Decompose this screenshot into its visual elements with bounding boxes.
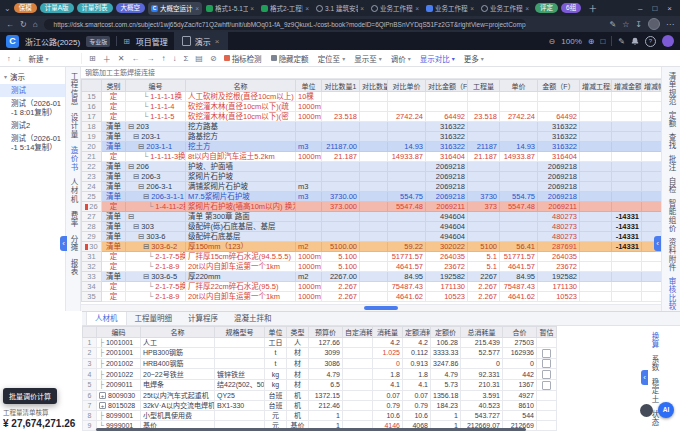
grid-cell[interactable]: 373 bbox=[468, 202, 500, 212]
grid-row[interactable]: 16定└1-1-1-4砍挖灌木林(直径10cm以下)(疏1000m2 bbox=[82, 102, 662, 112]
column-header[interactable]: 单价 bbox=[500, 80, 538, 92]
grid-cell[interactable]: 1000m3 bbox=[296, 262, 322, 272]
new-tab-button[interactable]: ＋ bbox=[588, 2, 597, 15]
grid-cell[interactable]: 工日 bbox=[265, 338, 287, 348]
grid-cell[interactable]: 442 bbox=[503, 369, 537, 380]
grid-cell[interactable]: 清单 第300章 路面 bbox=[186, 212, 296, 222]
grid-cell[interactable]: 定 bbox=[102, 282, 126, 292]
grid-cell[interactable] bbox=[580, 232, 612, 242]
grid-cell[interactable] bbox=[296, 162, 322, 172]
grid-cell[interactable]: 2267 bbox=[468, 272, 500, 282]
tree-item[interactable]: 测试（2026-01-1 5:14复制） bbox=[0, 132, 65, 154]
estimate-cell[interactable] bbox=[537, 348, 557, 359]
column-header[interactable]: 编号 bbox=[126, 80, 186, 92]
grid-cell[interactable]: 2069218 bbox=[538, 192, 580, 202]
grid-cell[interactable] bbox=[580, 212, 612, 222]
grid-row[interactable]: 29清单⊟303-6级配碎石底基层494604480273-14331 bbox=[82, 232, 662, 242]
grid-cell[interactable]: 316322 bbox=[538, 142, 580, 152]
grid-row[interactable]: 28清单⊟303级配碎(砾)石底基层、基层494604480273-14331 bbox=[82, 222, 662, 232]
grid-cell[interactable] bbox=[360, 232, 388, 242]
grid-cell[interactable]: 10.6 bbox=[403, 410, 431, 420]
grid-cell[interactable]: 192582 bbox=[426, 272, 468, 282]
column-header[interactable]: 单位 bbox=[265, 327, 287, 338]
tab-group-pill[interactable]: 大概空 bbox=[116, 3, 146, 13]
column-header[interactable]: 对比数量1 bbox=[322, 80, 360, 92]
detail-icon[interactable]: ▤ bbox=[195, 54, 203, 63]
grid-row[interactable]: 20清单⊟203-1-1挖土方m321187.0014.933163222118… bbox=[82, 142, 662, 152]
grid-cell[interactable]: 级配碎石底基层 bbox=[186, 232, 296, 242]
grid-cell[interactable] bbox=[322, 92, 360, 102]
grid-cell[interactable]: 2069218 bbox=[426, 192, 468, 202]
grid-cell[interactable]: 材 bbox=[287, 358, 309, 369]
grid-row[interactable]: 27清单⊟清单 第300章 路面494604480273-14331 bbox=[82, 212, 662, 222]
grid-cell[interactable] bbox=[500, 212, 538, 222]
grid-cell[interactable] bbox=[612, 192, 642, 202]
column-header[interactable]: 消耗量 bbox=[373, 327, 403, 338]
grid-cell[interactable]: ⊟303-6-2 bbox=[126, 242, 186, 252]
estimate-cell[interactable] bbox=[537, 420, 557, 430]
resource-row[interactable]: 7+801502832kV·A以内交流电焊机BX1-330台班机212.460.… bbox=[83, 400, 557, 410]
rail-tab[interactable]: 设计量 bbox=[67, 113, 79, 139]
collapse-icon[interactable]: ⊟ bbox=[138, 232, 144, 241]
grid-cell[interactable] bbox=[580, 202, 612, 212]
column-header[interactable]: 对比单价 bbox=[388, 80, 426, 92]
grid-cell[interactable]: 8t以内自卸汽车运土5.2km bbox=[186, 152, 296, 162]
checkbox[interactable] bbox=[542, 349, 551, 358]
grid-cell[interactable]: 494604 bbox=[426, 232, 468, 242]
grid-cell[interactable] bbox=[500, 162, 538, 172]
browser-tab[interactable]: 3.1 建筑安装工× bbox=[313, 2, 367, 15]
grid-cell[interactable] bbox=[580, 142, 612, 152]
grid-cell[interactable]: 3086 bbox=[309, 358, 343, 369]
grid-cell[interactable] bbox=[215, 410, 265, 420]
toolbar-button[interactable]: 更多▾ bbox=[464, 53, 484, 64]
grid-cell[interactable] bbox=[343, 390, 373, 400]
user-avatar[interactable] bbox=[662, 35, 674, 47]
grid-cell[interactable]: 494604 bbox=[426, 212, 468, 222]
grid-cell[interactable] bbox=[468, 212, 500, 222]
grid-cell[interactable]: 5547.48 bbox=[500, 202, 538, 212]
grid-cell[interactable] bbox=[468, 222, 500, 232]
column-header[interactable]: 暂估 bbox=[537, 327, 557, 338]
browser-tab[interactable]: 格式1-5.1工程× bbox=[203, 2, 257, 15]
grid-cell[interactable] bbox=[612, 172, 642, 182]
grid-cell[interactable]: 1 bbox=[431, 410, 461, 420]
column-header[interactable]: 定额价 bbox=[431, 327, 461, 338]
grid-cell[interactable] bbox=[580, 272, 612, 282]
grid-cell[interactable]: 1000m3 bbox=[296, 152, 322, 162]
grid-cell[interactable]: 316322 bbox=[426, 132, 468, 142]
collapse-icon[interactable]: ⊟ bbox=[133, 172, 139, 181]
grid-cell[interactable] bbox=[296, 132, 322, 142]
grid-cell[interactable]: 52.577 bbox=[461, 348, 503, 359]
help-icon[interactable]: ? bbox=[645, 36, 656, 47]
grid-cell[interactable]: 544 bbox=[503, 410, 537, 420]
bottom-tab[interactable]: 计算程序 bbox=[180, 312, 226, 325]
grid-cell[interactable]: 4641.62 bbox=[388, 292, 426, 302]
grid-row[interactable]: 33清单⊟303-6-5厚220mmm22267.0084.9519258222… bbox=[82, 272, 662, 282]
grid-row[interactable]: 19清单⊟203-1路基挖方316322316322 bbox=[82, 132, 662, 142]
grid-cell[interactable] bbox=[360, 222, 388, 232]
grid-cell[interactable] bbox=[612, 102, 642, 112]
column-header[interactable]: 总消耗量 bbox=[461, 327, 503, 338]
tab-group-pill[interactable]: 计量A版 bbox=[40, 3, 74, 13]
grid-cell[interactable]: 结422(502、506、5 bbox=[215, 379, 265, 390]
tab-search-icon[interactable]: ⌄ bbox=[4, 4, 11, 13]
grid-cell[interactable]: 清单 bbox=[102, 172, 126, 182]
grid-cell[interactable]: 2069218 bbox=[426, 162, 468, 172]
bottom-tab[interactable]: 人材机 bbox=[86, 312, 127, 325]
grid-cell[interactable]: 23.518 bbox=[468, 112, 500, 122]
grid-cell[interactable] bbox=[360, 172, 388, 182]
grid-cell[interactable]: 0.07 bbox=[403, 390, 431, 400]
grid-cell[interactable]: 0 bbox=[373, 358, 403, 369]
grid-cell[interactable]: 5.1 bbox=[468, 252, 500, 262]
grid-cell[interactable]: 人工砍树及挖根(直径10cm以上) bbox=[186, 92, 296, 102]
estimate-cell[interactable] bbox=[537, 338, 557, 348]
grid-cell[interactable] bbox=[360, 242, 388, 252]
tree-caret-icon[interactable]: ▾ bbox=[4, 73, 7, 80]
grid-cell[interactable]: kg bbox=[265, 379, 287, 390]
grid-cell[interactable]: 厂拌厚22cm碎石水泥(95.5) bbox=[186, 282, 296, 292]
collapse-icon[interactable]: ⊟ bbox=[143, 192, 149, 201]
grid-cell[interactable] bbox=[388, 212, 426, 222]
grid-cell[interactable]: 1000m2 bbox=[296, 252, 322, 262]
grid-cell[interactable]: 5100.00 bbox=[322, 242, 360, 252]
grid-cell[interactable]: 2069211 bbox=[426, 202, 468, 212]
